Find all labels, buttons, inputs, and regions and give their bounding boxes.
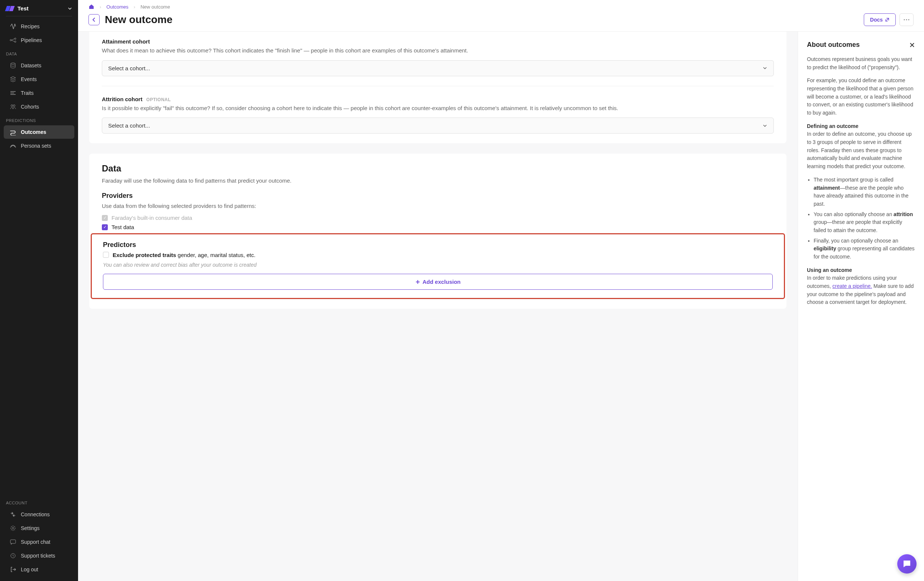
svg-point-9: [904, 19, 905, 20]
chevron-down-icon: [68, 6, 72, 11]
provider-row: ✓ Faraday's built-in consumer data: [102, 215, 774, 221]
sidebar-item-cohorts[interactable]: Cohorts: [4, 100, 74, 113]
breadcrumb-current: New outcome: [140, 4, 170, 10]
provider-label: Test data: [112, 224, 134, 230]
connections-icon: [10, 511, 16, 518]
breadcrumb: › Outcomes › New outcome: [89, 4, 914, 10]
sidebar-item-recipes[interactable]: Recipes: [4, 20, 74, 33]
page-title: New outcome: [105, 14, 859, 26]
divider: [102, 86, 774, 86]
sidebar-item-support-chat[interactable]: Support chat: [4, 535, 74, 549]
sidebar-item-label: Persona sets: [21, 143, 51, 149]
topbar: › Outcomes › New outcome: [78, 0, 924, 10]
content-main: Attainment cohort What does it mean to a…: [78, 31, 798, 581]
org-name: Test: [18, 5, 64, 12]
outcomes-icon: [10, 129, 16, 136]
sidebar-item-label: Connections: [21, 511, 50, 517]
close-icon: [909, 42, 915, 48]
about-panel: About outcomes Outcomes represent busine…: [798, 31, 924, 581]
sidebar-item-datasets[interactable]: Datasets: [4, 59, 74, 72]
predictors-hint: You can also review and correct bias aft…: [103, 262, 773, 268]
svg-point-3: [11, 63, 15, 65]
data-title: Data: [102, 163, 774, 174]
chat-icon: [10, 539, 16, 545]
svg-point-6: [12, 528, 14, 529]
attainment-title: Attainment cohort: [102, 38, 150, 45]
recipes-icon: [10, 23, 16, 30]
org-switcher[interactable]: Test: [0, 0, 78, 16]
close-button[interactable]: [909, 42, 915, 48]
back-button[interactable]: [89, 14, 100, 25]
svg-rect-7: [10, 540, 16, 543]
sidebar-item-persona-sets[interactable]: Persona sets: [4, 139, 74, 152]
defining-heading: Defining an outcomeIn order to define an…: [807, 122, 915, 171]
sidebar-item-support-tickets[interactable]: Support tickets: [4, 549, 74, 563]
about-title: About outcomes: [807, 40, 860, 50]
about-list: The most important group is called attai…: [813, 176, 915, 261]
section-label-account: ACCOUNT: [0, 496, 78, 507]
sidebar-item-settings[interactable]: Settings: [4, 521, 74, 535]
sidebar-nav: Recipes Pipelines DATA Datasets Events T…: [0, 19, 78, 496]
sidebar-item-pipelines[interactable]: Pipelines: [4, 33, 74, 47]
select-placeholder: Select a cohort...: [108, 122, 150, 129]
sidebar-item-events[interactable]: Events: [4, 73, 74, 86]
breadcrumb-sep: ›: [100, 4, 101, 10]
sidebar-item-outcomes[interactable]: Outcomes: [4, 125, 74, 139]
cohorts-card: Attainment cohort What does it mean to a…: [89, 31, 787, 143]
breadcrumb-parent[interactable]: Outcomes: [106, 4, 128, 10]
pipelines-icon: [10, 37, 16, 43]
sidebar-item-label: Datasets: [21, 63, 41, 68]
optional-tag: OPTIONAL: [147, 97, 171, 102]
attrition-desc: Is it possible to explicitly "fail" this…: [102, 104, 774, 113]
sidebar-item-traits[interactable]: Traits: [4, 86, 74, 100]
external-link-icon: [885, 18, 889, 22]
section-label-predictions: PREDICTIONS: [0, 114, 78, 125]
chat-widget-button[interactable]: [897, 554, 917, 574]
home-icon[interactable]: [89, 4, 94, 10]
svg-point-0: [10, 40, 12, 41]
section-label-data: DATA: [0, 47, 78, 58]
checkbox-icon[interactable]: ✓: [102, 224, 108, 230]
sidebar-item-label: Log out: [21, 566, 38, 573]
svg-point-2: [15, 41, 16, 42]
persona-sets-icon: [10, 142, 16, 149]
sidebar-item-connections[interactable]: Connections: [4, 508, 74, 521]
ellipsis-icon: [904, 19, 909, 20]
exclude-protected-row[interactable]: Exclude protected traits gender, age, ma…: [103, 252, 773, 258]
about-li: Finally, you can optionally choose an el…: [813, 237, 915, 261]
data-desc: Faraday will use the following data to f…: [102, 177, 774, 185]
predictors-title: Predictors: [103, 241, 773, 249]
data-card: Data Faraday will use the following data…: [89, 154, 787, 309]
more-button[interactable]: [899, 13, 914, 26]
svg-point-5: [13, 105, 15, 107]
predictors-highlight-box: Predictors Exclude protected traits gend…: [91, 233, 785, 299]
provider-row[interactable]: ✓ Test data: [102, 224, 774, 230]
create-pipeline-link[interactable]: create a pipeline.: [832, 283, 872, 289]
chat-icon: [902, 559, 912, 569]
header: New outcome Docs: [78, 10, 924, 31]
cohorts-icon: [10, 103, 16, 110]
providers-desc: Use data from the following selected pro…: [102, 202, 774, 210]
svg-point-11: [908, 19, 909, 20]
sidebar-bottom: ACCOUNT Connections Settings Support cha…: [0, 496, 78, 581]
add-exclusion-button[interactable]: Add exclusion: [103, 274, 773, 290]
gear-icon: [10, 525, 16, 531]
select-placeholder: Select a cohort...: [108, 65, 150, 71]
docs-button[interactable]: Docs: [864, 13, 896, 26]
chevron-down-icon: [762, 65, 767, 71]
checkbox-icon[interactable]: [103, 252, 109, 258]
attainment-select[interactable]: Select a cohort...: [102, 60, 774, 76]
exclude-text: Exclude protected traits gender, age, ma…: [112, 252, 255, 258]
attrition-select[interactable]: Select a cohort...: [102, 118, 774, 134]
plus-icon: [415, 279, 421, 285]
sidebar-item-label: Settings: [21, 525, 40, 531]
breadcrumb-sep: ›: [134, 4, 135, 10]
svg-point-4: [11, 105, 13, 107]
checkbox-icon: ✓: [102, 215, 108, 221]
sidebar-item-logout[interactable]: Log out: [4, 563, 74, 576]
traits-icon: [10, 89, 16, 96]
about-li: You can also optionally choose an attrit…: [813, 210, 915, 235]
sidebar: Test Recipes Pipelines DATA Datasets Eve…: [0, 0, 78, 581]
sidebar-item-label: Cohorts: [21, 104, 39, 110]
logout-icon: [10, 566, 16, 573]
